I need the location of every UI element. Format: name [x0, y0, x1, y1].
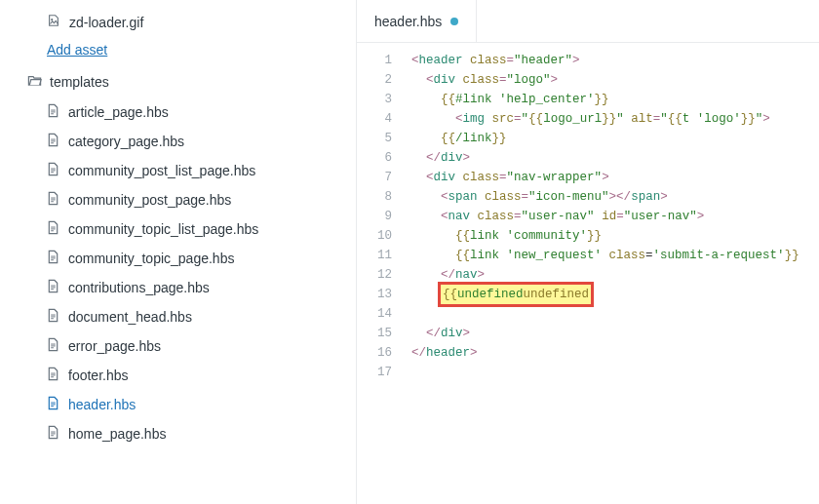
template-file-row[interactable]: community_topic_list_page.hbs [27, 214, 336, 244]
line-number: 17 [357, 363, 392, 382]
code-line: <header class="header"> [411, 51, 819, 70]
line-number: 9 [357, 207, 392, 226]
folder-label: templates [50, 74, 109, 90]
code-line: {{#link 'help_center'}} [411, 90, 819, 109]
line-number: 15 [357, 324, 392, 343]
line-number: 6 [357, 148, 392, 168]
file-label: category_page.hbs [68, 134, 184, 149]
file-label: home_page.hbs [68, 426, 166, 442]
line-number: 7 [357, 168, 392, 187]
code-editor[interactable]: 1234567891011121314151617 <header class=… [357, 43, 819, 504]
asset-file-row[interactable]: zd-loader.gif [27, 8, 336, 36]
file-icon [47, 367, 59, 384]
template-file-row[interactable]: community_topic_page.hbs [27, 244, 336, 273]
tab-label: header.hbs [374, 14, 442, 29]
code-line: <div class="logo"> [411, 70, 819, 90]
code-line: {{/link}} [411, 129, 819, 148]
code-line: {{link 'community'}} [411, 226, 819, 246]
file-label: document_head.hbs [68, 309, 192, 325]
line-number: 10 [357, 226, 392, 246]
folder-row-templates[interactable]: templates [27, 61, 336, 97]
code-line: <span class="icon-menu"></span> [411, 187, 819, 207]
line-number: 12 [357, 265, 392, 285]
file-icon [47, 191, 59, 209]
code-line: <div class="nav-wrapper"> [411, 168, 819, 187]
line-number-gutter: 1234567891011121314151617 [357, 51, 411, 504]
template-file-row[interactable]: community_post_page.hbs [27, 185, 336, 214]
file-icon [47, 396, 59, 413]
file-label: contributions_page.hbs [68, 280, 210, 295]
file-icon [47, 133, 59, 150]
template-file-row[interactable]: error_page.hbs [27, 331, 336, 361]
folder-open-icon [27, 73, 42, 90]
line-number: 13 [357, 285, 392, 304]
file-list: article_page.hbscategory_page.hbscommuni… [27, 97, 336, 448]
image-icon [47, 14, 60, 30]
file-icon [47, 279, 59, 296]
line-number: 11 [357, 246, 392, 265]
file-icon [47, 425, 59, 443]
line-number: 16 [357, 343, 392, 363]
file-icon [47, 250, 59, 267]
file-icon [47, 103, 59, 121]
code-line: </div> [411, 148, 819, 168]
file-label: community_topic_page.hbs [68, 251, 234, 266]
template-file-row[interactable]: header.hbs [27, 390, 336, 419]
line-number: 2 [357, 70, 392, 90]
template-file-row[interactable]: category_page.hbs [27, 127, 336, 156]
line-number: 4 [357, 109, 392, 129]
code-line: {{link 'new_request' class='submit-a-req… [411, 246, 819, 265]
code-line: <img src="{{logo_url}}" alt="{{t 'logo'}… [411, 109, 819, 129]
file-tree-sidebar: zd-loader.gif Add asset templates articl… [0, 0, 356, 504]
file-label: header.hbs [68, 397, 136, 412]
line-number: 14 [357, 304, 392, 324]
file-label: footer.hbs [68, 368, 129, 383]
file-icon [47, 337, 59, 355]
file-label: community_topic_list_page.hbs [68, 221, 258, 237]
template-file-row[interactable]: article_page.hbs [27, 97, 336, 127]
code-line: <nav class="user-nav" id="user-nav"> [411, 207, 819, 226]
add-asset-link[interactable]: Add asset [47, 42, 107, 58]
code-line: {{undefinedundefined [411, 285, 819, 304]
modified-indicator-icon [450, 18, 458, 25]
code-line [411, 304, 819, 324]
file-label: community_post_list_page.hbs [68, 163, 255, 178]
tab-bar: header.hbs [357, 0, 819, 43]
code-line: </div> [411, 324, 819, 343]
code-content[interactable]: <header class="header"> <div class="logo… [411, 51, 819, 504]
template-file-row[interactable]: home_page.hbs [27, 419, 336, 448]
file-label: community_post_page.hbs [68, 192, 231, 208]
line-number: 1 [357, 51, 392, 70]
template-file-row[interactable]: community_post_list_page.hbs [27, 156, 336, 185]
editor-pane: header.hbs 1234567891011121314151617 <he… [356, 0, 819, 504]
template-file-row[interactable]: footer.hbs [27, 361, 336, 390]
template-file-row[interactable]: contributions_page.hbs [27, 273, 336, 302]
highlighted-code: {{undefinedundefined [441, 285, 591, 304]
line-number: 8 [357, 187, 392, 207]
file-icon [47, 162, 59, 179]
file-icon [47, 308, 59, 326]
file-icon [47, 220, 59, 238]
line-number: 5 [357, 129, 392, 148]
file-label: zd-loader.gif [69, 15, 143, 30]
svg-point-0 [51, 19, 53, 20]
template-file-row[interactable]: document_head.hbs [27, 302, 336, 331]
file-label: error_page.hbs [68, 338, 161, 354]
file-label: article_page.hbs [68, 104, 169, 120]
code-line: </nav> [411, 265, 819, 285]
line-number: 3 [357, 90, 392, 109]
tab-header-hbs[interactable]: header.hbs [357, 0, 477, 42]
code-line: </header> [411, 343, 819, 363]
code-line [411, 363, 819, 382]
